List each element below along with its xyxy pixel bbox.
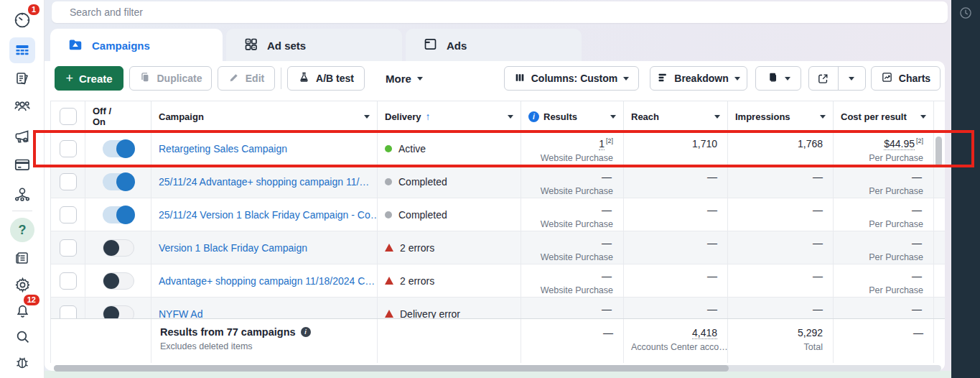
- nav-account-overview[interactable]: 1: [9, 7, 35, 33]
- chevron-down-icon[interactable]: [610, 115, 616, 119]
- row-checkbox-cell: [51, 198, 85, 231]
- chevron-down-icon: [785, 77, 790, 80]
- nav-search[interactable]: [9, 323, 35, 349]
- summary-empty-cell: [51, 319, 151, 363]
- horizontal-scrollbar-thumb[interactable]: [54, 365, 729, 372]
- table-row: 25/11/24 Advantage+ shopping campaign 11…: [51, 165, 945, 198]
- impressions-cell: —: [728, 298, 834, 318]
- col-reach[interactable]: Reach: [624, 101, 728, 132]
- cost-cell: $44.95[2]Per Purchase: [834, 132, 934, 165]
- nav-ads-megaphone[interactable]: [9, 124, 35, 149]
- info-icon[interactable]: i: [301, 327, 311, 337]
- charts-button[interactable]: Charts: [871, 66, 941, 91]
- cost-cell: —Per Purchase: [834, 264, 934, 297]
- search-input[interactable]: [70, 6, 500, 18]
- nav-help[interactable]: ?: [9, 217, 35, 243]
- row-toggle[interactable]: [103, 272, 134, 290]
- campaign-link[interactable]: NYFW Ad: [159, 308, 202, 319]
- nav-pages[interactable]: [9, 66, 35, 92]
- row-checkbox[interactable]: [60, 206, 77, 223]
- row-toggle[interactable]: [103, 305, 134, 319]
- nav-report-bug[interactable]: [9, 349, 35, 375]
- col-cost-per-result[interactable]: Cost per result: [834, 101, 934, 132]
- create-button[interactable]: + Create: [55, 66, 123, 91]
- chevron-down-icon[interactable]: [920, 115, 926, 119]
- row-checkbox[interactable]: [60, 239, 77, 257]
- col-impressions[interactable]: Impressions: [728, 101, 834, 132]
- info-icon[interactable]: i: [528, 111, 539, 122]
- row-toggle[interactable]: [103, 239, 134, 257]
- delivery-cell: Delivery error: [378, 298, 521, 318]
- search-bar[interactable]: [52, 1, 948, 23]
- impressions-cell: 1,768: [728, 132, 834, 165]
- ads-manager-page: Campaigns Ad sets Ads + Create Duplicate…: [0, 0, 980, 378]
- col-campaign[interactable]: Campaign: [151, 101, 378, 132]
- chevron-down-icon[interactable]: [364, 115, 370, 119]
- tab-campaigns-label: Campaigns: [92, 40, 150, 52]
- nav-billing[interactable]: [9, 152, 35, 178]
- status-icon: [385, 244, 393, 252]
- col-delivery[interactable]: Delivery↑: [378, 101, 521, 132]
- row-checkbox-cell: [51, 231, 85, 264]
- reach-cell: —: [624, 198, 728, 231]
- edit-button[interactable]: Edit: [218, 66, 275, 91]
- chevron-down-icon[interactable]: [820, 115, 826, 119]
- duplicate-button[interactable]: Duplicate: [129, 66, 212, 91]
- export-icon[interactable]: [809, 73, 838, 85]
- campaign-link[interactable]: 25/11/24 Version 1 Black Friday Campaign…: [159, 209, 378, 221]
- status-icon: [385, 310, 393, 318]
- create-label: Create: [79, 73, 113, 85]
- breakdown-button[interactable]: Breakdown: [650, 66, 747, 91]
- delivery-cell: 2 errors: [378, 231, 521, 264]
- reports-button[interactable]: [755, 66, 801, 91]
- row-scroll-gutter: [934, 298, 945, 318]
- reach-cell: —: [624, 298, 728, 318]
- export-split-button[interactable]: [808, 66, 866, 91]
- row-checkbox[interactable]: [60, 272, 77, 290]
- col-results[interactable]: iResults: [521, 101, 624, 132]
- more-button[interactable]: More: [376, 66, 432, 91]
- nav-updates[interactable]: [9, 245, 35, 271]
- row-toggle[interactable]: [103, 140, 134, 157]
- cost-cell: —Per Purchase: [834, 231, 934, 264]
- delivery-cell: Completed: [378, 165, 521, 198]
- ab-test-button[interactable]: A/B test: [287, 66, 365, 91]
- results-cell: —Website Purchase: [521, 198, 624, 231]
- vertical-scrollbar[interactable]: [935, 137, 942, 167]
- columns-icon: [514, 72, 526, 86]
- row-scroll-gutter: [934, 198, 945, 231]
- clock-icon[interactable]: [958, 6, 973, 20]
- row-toggle-cell: [85, 231, 151, 264]
- notification-badge: 1: [27, 3, 41, 17]
- campaign-link[interactable]: Advantage+ shopping campaign 11/18/2024 …: [159, 275, 375, 287]
- campaign-link[interactable]: Retargeting Sales Campaign: [159, 143, 287, 155]
- export-menu-toggle[interactable]: [839, 77, 865, 80]
- nav-notifications[interactable]: 12: [9, 298, 35, 323]
- campaign-cell: Advantage+ shopping campaign 11/18/2024 …: [151, 264, 378, 297]
- chart-icon: [881, 71, 893, 86]
- horizontal-scrollbar-track[interactable]: [54, 365, 941, 372]
- nav-assets[interactable]: [9, 181, 35, 207]
- tab-ad-sets[interactable]: Ad sets: [226, 29, 402, 62]
- row-scroll-gutter: [934, 231, 945, 264]
- chevron-down-icon[interactable]: [508, 115, 513, 119]
- row-toggle[interactable]: [103, 206, 134, 223]
- duplicate-label: Duplicate: [157, 73, 202, 84]
- tab-ads[interactable]: Ads: [406, 29, 582, 62]
- chevron-down-icon[interactable]: [714, 115, 720, 119]
- status-text: 2 errors: [400, 242, 434, 254]
- nav-audiences[interactable]: [9, 93, 35, 119]
- campaign-link[interactable]: 25/11/24 Advantage+ shopping campaign 11…: [159, 176, 369, 188]
- columns-button[interactable]: Columns: Custom: [504, 66, 639, 91]
- tab-campaigns[interactable]: Campaigns: [50, 29, 223, 62]
- nav-campaigns[interactable]: [9, 37, 35, 63]
- row-checkbox[interactable]: [60, 305, 77, 319]
- campaign-link[interactable]: Version 1 Black Friday Campaign: [159, 242, 307, 254]
- row-checkbox[interactable]: [60, 140, 77, 157]
- pencil-icon: [228, 72, 240, 86]
- col-off-on[interactable]: Off / On: [85, 101, 151, 132]
- row-checkbox[interactable]: [60, 173, 77, 190]
- select-all-checkbox[interactable]: [60, 108, 77, 125]
- report-doc-icon: [767, 71, 779, 86]
- row-toggle[interactable]: [103, 173, 134, 190]
